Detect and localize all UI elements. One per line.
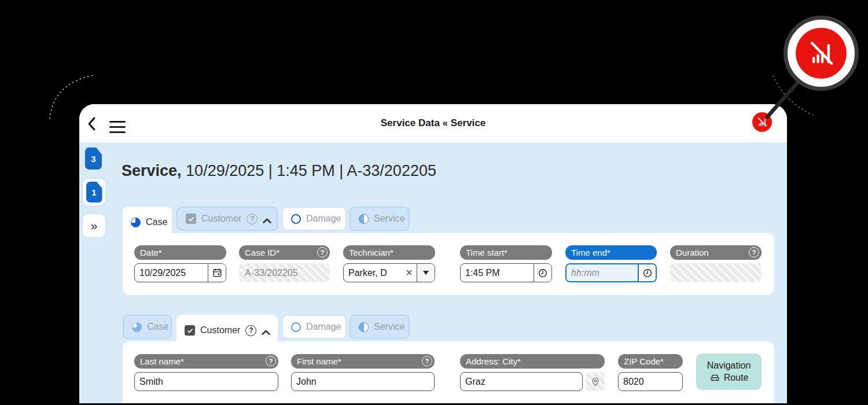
magnifier-callout (784, 16, 859, 91)
field-label: Duration (670, 245, 762, 260)
tab-service-2[interactable]: Service (350, 315, 410, 339)
no-signal-icon-zoomed (796, 28, 847, 79)
field-city: Address: City* (460, 354, 605, 369)
field-label: Technician* (343, 245, 435, 260)
breadcrumb-title: Service Data « Service (79, 104, 787, 142)
field-label: Date* (134, 245, 226, 260)
help-icon[interactable] (317, 247, 328, 257)
last-name-input-box (134, 372, 278, 391)
field-case-id: Case ID* A-33/202205 (239, 245, 330, 260)
time-start-input-box (460, 263, 552, 282)
field-label: Case ID* (239, 245, 330, 260)
label-text: Address: City* (466, 356, 521, 366)
side-tab-badge-1[interactable]: 1 (86, 182, 102, 203)
help-icon[interactable] (266, 356, 276, 366)
tab-label: Case (146, 217, 167, 227)
duration-readonly (670, 263, 762, 282)
label-text: Duration (676, 248, 709, 257)
tab-label: Service (374, 213, 404, 224)
date-input-box (134, 263, 226, 282)
tab-service-1[interactable]: Service (350, 207, 410, 231)
page-title: Service, 10/29/2025 | 1:45 PM | A-33/202… (122, 162, 436, 180)
label-text: Technician* (349, 248, 393, 257)
field-label: ZIP Code* (618, 354, 683, 369)
field-label-active: Time end* (565, 245, 657, 260)
tab-customer-1[interactable]: Customer (176, 207, 278, 231)
field-last-name: Last name* (134, 354, 278, 369)
tab-label: Customer (201, 213, 241, 224)
circle-empty-icon (291, 214, 301, 224)
clock-icon[interactable] (534, 264, 551, 282)
last-name-input[interactable] (135, 373, 278, 391)
side-tab-expand[interactable]: » (82, 213, 106, 238)
clock-icon[interactable] (638, 264, 656, 281)
date-input[interactable] (135, 264, 208, 282)
no-signal-icon[interactable] (752, 112, 772, 132)
field-label: First name* (291, 354, 435, 369)
tab-damage-1[interactable]: Damage (282, 207, 347, 231)
page-title-rest: 10/29/2025 | 1:45 PM | A-33/202205 (182, 162, 436, 179)
pie-progress-icon (131, 218, 141, 227)
tab-damage-2[interactable]: Damage (282, 315, 347, 339)
app-window: Service Data « Service 3 1 » (79, 104, 787, 403)
tab-customer-2[interactable]: Customer (176, 315, 278, 346)
circle-half-icon (359, 322, 369, 332)
field-technician: Technician* (343, 245, 435, 260)
field-label: Address: City* (460, 354, 605, 369)
help-icon[interactable] (422, 356, 432, 366)
label-text: ZIP Code* (624, 356, 664, 366)
customer-panel: Last name* First name* Address: City* (123, 341, 774, 403)
technician-input[interactable] (344, 264, 402, 282)
field-first-name: First name* (291, 354, 435, 369)
time-start-input[interactable] (461, 264, 534, 282)
city-input[interactable] (461, 373, 582, 391)
circle-half-icon (359, 214, 369, 224)
side-tab-container-1[interactable]: 1 (82, 178, 106, 207)
first-name-input[interactable] (292, 373, 434, 391)
canvas: Service Data « Service 3 1 » (0, 0, 868, 405)
nav-button-line2: Route (724, 373, 749, 383)
label-text: Time end* (571, 248, 610, 257)
tab-label: Damage (306, 213, 341, 224)
help-icon[interactable] (245, 325, 256, 336)
case-panel: Date* Case ID* A-33/202205 (123, 233, 774, 295)
field-time-start: Time start* (460, 245, 552, 260)
calendar-icon[interactable] (208, 264, 226, 282)
clear-icon[interactable] (402, 264, 417, 282)
dropdown-icon[interactable] (417, 264, 435, 282)
checkbox-checked-icon (185, 325, 195, 336)
time-end-input-box (565, 263, 657, 282)
navigation-route-button[interactable]: Navigation Route (696, 354, 762, 390)
car-icon (709, 373, 720, 384)
zip-input[interactable] (619, 373, 682, 391)
zip-input-box (618, 372, 683, 391)
tab-label: Case (147, 322, 168, 332)
field-zip: ZIP Code* (618, 354, 683, 369)
nav-button-line1: Navigation (707, 360, 751, 371)
expand-chevrons: » (91, 219, 98, 233)
help-icon[interactable] (247, 213, 258, 224)
first-name-input-box (291, 372, 435, 391)
field-duration: Duration (670, 245, 762, 260)
case-id-readonly: A-33/202205 (239, 263, 330, 282)
tab-label: Customer (200, 325, 240, 336)
label-text: Last name* (140, 356, 184, 366)
time-end-input[interactable] (567, 264, 638, 281)
label-text: Case ID* (245, 248, 279, 257)
pie-progress-icon (132, 322, 142, 332)
app-header: Service Data « Service (79, 104, 787, 142)
label-text: First name* (297, 356, 341, 366)
technician-combo-box (343, 263, 435, 282)
chevron-up-icon[interactable] (262, 327, 270, 333)
help-icon[interactable] (749, 247, 759, 257)
field-label: Last name* (134, 354, 278, 369)
tab-case-1[interactable]: Case (123, 207, 172, 238)
tab-label: Damage (306, 322, 341, 332)
tab-case-2[interactable]: Case (123, 315, 172, 339)
checkbox-checked-icon (186, 213, 196, 224)
location-pin-icon (586, 372, 605, 391)
chevron-up-icon[interactable] (263, 216, 271, 222)
tab-label: Service (374, 322, 404, 332)
label-text: Time start* (466, 248, 507, 257)
city-input-box (460, 372, 583, 391)
